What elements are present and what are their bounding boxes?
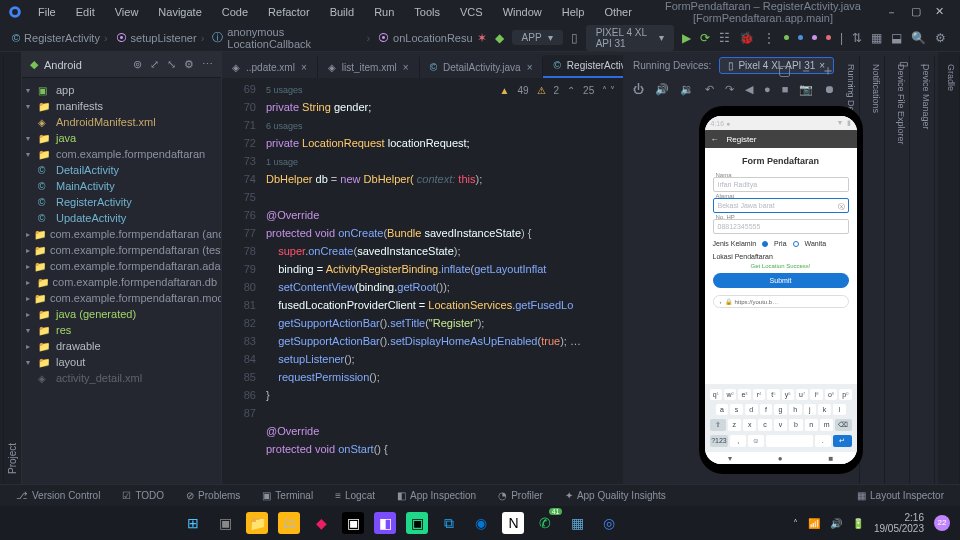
files-icon[interactable]: 🗂 [278, 512, 300, 534]
vcs-commit-icon[interactable] [798, 35, 803, 40]
pycharm-icon[interactable]: ▣ [406, 512, 428, 534]
device-file-explorer-tool[interactable]: Device File Explorer [893, 56, 910, 484]
vol-down-icon[interactable]: 🔉 [680, 83, 694, 96]
menu-other[interactable]: Other [596, 4, 640, 20]
settings-icon[interactable]: ⚙ [184, 58, 194, 71]
key[interactable]: f [760, 404, 773, 415]
explorer-icon[interactable]: 📁 [246, 512, 268, 534]
url-bar[interactable]: ›🔒https://youtu.b… [713, 295, 849, 308]
key[interactable]: z [728, 419, 741, 431]
tree-pkg-db[interactable]: ▸📁com.example.formpendaftaran.db [22, 274, 221, 290]
run-config-select[interactable]: APP▾ [512, 30, 563, 45]
problems-tab[interactable]: ⊘Problems [178, 490, 248, 501]
key[interactable]: h [789, 404, 802, 415]
terminal-tab[interactable]: ▣Terminal [254, 490, 321, 501]
target-icon[interactable]: ⊚ [133, 58, 142, 71]
key[interactable]: q1 [710, 389, 722, 400]
key[interactable]: g [774, 404, 787, 415]
tree-layout-file[interactable]: ◈activity_detail.xml [22, 370, 221, 386]
comma-key[interactable]: , [730, 435, 746, 447]
profiler-tab[interactable]: ◔Profiler [490, 490, 551, 501]
menu-tools[interactable]: Tools [406, 4, 448, 20]
maximize-button[interactable]: ▢ [911, 5, 921, 20]
nav-home-icon[interactable]: ● [778, 454, 783, 463]
menu-view[interactable]: View [107, 4, 147, 20]
more-icon[interactable]: ⋯ [202, 58, 213, 71]
logcat-tab[interactable]: ≡Logcat [327, 490, 383, 501]
tree-manifest-file[interactable]: ◈AndroidManifest.xml [22, 114, 221, 130]
key[interactable]: w2 [724, 389, 736, 400]
edge-icon[interactable]: ◉ [470, 512, 492, 534]
app-icon[interactable]: ◆ [310, 512, 332, 534]
profile-icon[interactable]: ☷ [719, 31, 730, 45]
gradle-tool[interactable]: Gradle [943, 56, 960, 484]
menu-code[interactable]: Code [214, 4, 256, 20]
tree-java-gen[interactable]: ▸📁java (generated) [22, 306, 221, 322]
enter-key[interactable]: ↵ [833, 435, 852, 447]
menu-window[interactable]: Window [495, 4, 550, 20]
device-select[interactable]: PIXEL 4 XL API 31 ▾ [586, 25, 674, 51]
key[interactable]: u7 [796, 389, 808, 400]
notion-icon[interactable]: N [502, 512, 524, 534]
key[interactable]: r4 [753, 389, 765, 400]
breadcrumb[interactable]: ⦿ setupListener › [112, 32, 209, 44]
app-icon[interactable]: ◧ [374, 512, 396, 534]
menu-build[interactable]: Build [322, 4, 362, 20]
tree-pkg-test[interactable]: ▸📁com.example.formpendaftaran (test) [22, 242, 221, 258]
key[interactable]: x [743, 419, 756, 431]
tree-layout[interactable]: ▾📁layout [22, 354, 221, 370]
battery-icon[interactable]: 🔋 [852, 518, 864, 529]
menu-edit[interactable]: Edit [68, 4, 103, 20]
key[interactable]: o9 [825, 389, 837, 400]
clock[interactable]: 2:1619/05/2023 [874, 512, 924, 534]
inspection-summary[interactable]: ▲49 ⚠2 ⌃25 ˄ ˅ [500, 82, 616, 100]
menu-file[interactable]: File [30, 4, 64, 20]
vscode-icon[interactable]: ⧉ [438, 512, 460, 534]
key[interactable]: a [716, 404, 729, 415]
rotate-right-icon[interactable]: ↷ [725, 83, 734, 96]
expand-icon[interactable]: ⤢ [150, 58, 159, 71]
stop-icon[interactable] [826, 35, 831, 40]
emoji-key[interactable]: ☺ [748, 435, 764, 447]
phone-screen[interactable]: 4:16 ●▼▮ ←Register Form Pendaftaran Nama… [705, 116, 857, 464]
android-studio-icon[interactable]: ◎ [598, 512, 620, 534]
device-tab[interactable]: ▯Pixel 4 XL API 31 × [719, 57, 834, 74]
menu-help[interactable]: Help [554, 4, 593, 20]
vol-up-icon[interactable]: 🔊 [655, 83, 669, 96]
settings-icon[interactable]: ⚙ [935, 31, 946, 45]
tree-class[interactable]: ©RegisterActivity [22, 194, 221, 210]
rotate-left-icon[interactable]: ↶ [705, 83, 714, 96]
start-icon[interactable]: ⊞ [182, 512, 204, 534]
menu-navigate[interactable]: Navigate [150, 4, 209, 20]
tree-pkg[interactable]: ▾📁com.example.formpendaftaran [22, 146, 221, 162]
num-key[interactable]: ?123 [710, 435, 729, 447]
nav-recent-icon[interactable]: ■ [829, 454, 834, 463]
calc-icon[interactable]: ▦ [566, 512, 588, 534]
sync-icon[interactable]: ⇅ [852, 31, 862, 45]
app-inspection-tab[interactable]: ◧App Inspection [389, 490, 484, 501]
editor-tab[interactable]: ◈..pdate.xml× [222, 57, 318, 78]
app-quality-tab[interactable]: ✦App Quality Insights [557, 490, 674, 501]
key[interactable]: j [804, 404, 817, 415]
gender-radio[interactable]: Jenis Kelamin Pria Wanita [713, 240, 849, 247]
key[interactable]: d [745, 404, 758, 415]
nama-field[interactable]: NamaIrfan Raditya [713, 177, 849, 192]
key[interactable]: b [789, 419, 802, 431]
version-control-tab[interactable]: ⎇Version Control [8, 490, 108, 501]
notifications-tool[interactable]: Notifications [868, 56, 885, 484]
minimize-button[interactable]: － [886, 5, 897, 20]
debug-icon[interactable]: ⟳ [700, 31, 710, 45]
editor-tab-active[interactable]: ©RegisterActivity.java× [543, 55, 623, 78]
close-button[interactable]: ✕ [935, 5, 944, 20]
key[interactable]: m [820, 419, 833, 431]
app-icon[interactable]: ▣ [342, 512, 364, 534]
project-tool[interactable]: Project [3, 56, 21, 484]
nohp-field[interactable]: No. HP08812345555 [713, 219, 849, 234]
attach-icon[interactable]: 🐞 [739, 31, 754, 45]
shift-key[interactable]: ⇧ [710, 419, 726, 431]
key[interactable]: k [818, 404, 831, 415]
key[interactable]: y6 [782, 389, 794, 400]
run-icon[interactable]: ▶ [682, 31, 691, 45]
search-icon[interactable]: 🔍 [911, 31, 926, 45]
key[interactable]: p0 [839, 389, 851, 400]
